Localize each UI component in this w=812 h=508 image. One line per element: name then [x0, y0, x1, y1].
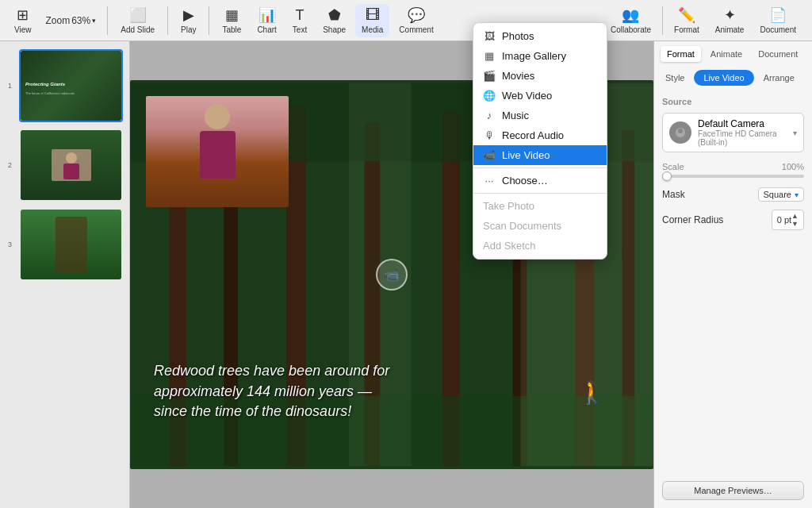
corner-radius-row: Corner Radius 0 pt ▲ ▼: [662, 210, 804, 230]
slide-3-number: 3: [8, 241, 12, 248]
menu-item-photos[interactable]: 🖼 Photos: [473, 26, 607, 46]
menu-item-image-gallery[interactable]: ▦ Image Gallery: [473, 46, 607, 66]
corner-radius-value: 0 pt: [777, 215, 791, 225]
music-icon: ♪: [483, 110, 496, 121]
source-info: Default Camera FaceTime HD Camera (Built…: [698, 118, 793, 147]
play-label: Play: [181, 25, 196, 34]
tab-format[interactable]: Format: [661, 46, 701, 62]
slide-3-image: [21, 210, 121, 279]
table-button[interactable]: ▦ Table: [216, 3, 247, 37]
zoom-group[interactable]: Zoom 63% ▾: [41, 12, 102, 29]
slide-1-wrapper: 1 Protecting Giants The future of Califo…: [6, 49, 123, 122]
slide-2-content: [21, 130, 121, 200]
corner-radius-stepper[interactable]: ▲ ▼: [791, 212, 799, 228]
menu-item-scan-docs: Scan Documents: [473, 216, 607, 236]
shape-button[interactable]: ⬟ Shape: [316, 3, 352, 37]
document-button[interactable]: 📄 Document: [752, 3, 804, 37]
menu-scan-docs-label: Scan Documents: [483, 220, 561, 232]
add-slide-button[interactable]: ⬜ Add Slide: [114, 3, 161, 37]
add-slide-label: Add Slide: [121, 25, 155, 34]
mask-chevron-icon: ▾: [795, 190, 799, 199]
source-selector[interactable]: Default Camera FaceTime HD Camera (Built…: [662, 113, 804, 152]
source-name: Default Camera: [698, 118, 793, 129]
video-overlay: [146, 96, 289, 207]
zoom-percent: 63%: [71, 15, 90, 26]
view-label: View: [14, 25, 32, 34]
collaborate-label: Collaborate: [611, 25, 651, 34]
shape-icon: ⬟: [328, 6, 341, 24]
tab-document[interactable]: Document: [752, 46, 804, 62]
view-button[interactable]: ⊞ View: [8, 3, 38, 37]
tab-live-video[interactable]: Live Video: [694, 70, 753, 86]
media-button[interactable]: 🎞 Media: [355, 4, 389, 37]
menu-item-movies[interactable]: 🎬 Movies: [473, 66, 607, 86]
menu-add-sketch-label: Add Sketch: [483, 240, 536, 252]
web-video-icon: 🌐: [483, 90, 496, 102]
collaborate-button[interactable]: 👥 Collaborate: [603, 3, 659, 37]
text-label: Text: [293, 25, 307, 34]
mask-value: Square: [764, 190, 791, 199]
collaborate-icon: 👥: [622, 6, 639, 24]
person-body: [200, 131, 236, 179]
mask-row: Mask Square ▾: [662, 187, 804, 202]
menu-item-record-audio[interactable]: 🎙 Record Audio: [473, 125, 607, 145]
chart-button[interactable]: 📊 Chart: [251, 3, 282, 37]
slide-1-thumb[interactable]: Protecting Giants The future of Californ…: [19, 49, 123, 122]
panel-content: Source Default Camera FaceTime HD Camera…: [654, 89, 812, 246]
chart-label: Chart: [257, 25, 276, 34]
format-icon: ✏️: [678, 6, 695, 24]
manage-previews-button[interactable]: Manage Previews…: [662, 481, 804, 500]
menu-divider-1: [473, 167, 607, 168]
slide-3-thumb[interactable]: [19, 208, 123, 281]
divider-1: [107, 6, 108, 35]
media-icon: 🎞: [366, 7, 380, 24]
scale-thumb[interactable]: [662, 171, 672, 181]
content-tab-bar: Style Live Video Arrange: [654, 67, 812, 89]
menu-item-web-video[interactable]: 🌐 Web Video: [473, 86, 607, 106]
animate-button[interactable]: ✦ Animate: [707, 3, 753, 37]
format-button[interactable]: ✏️ Format: [666, 3, 707, 37]
tab-arrange[interactable]: Arrange: [757, 70, 801, 86]
slide-3-content: [21, 210, 121, 279]
menu-take-photo-label: Take Photo: [483, 200, 534, 212]
mask-label: Mask: [662, 189, 685, 200]
mask-select[interactable]: Square ▾: [758, 187, 804, 202]
menu-item-live-video[interactable]: 📹 Live Video: [473, 145, 607, 165]
tab-animate[interactable]: Animate: [704, 46, 749, 62]
comment-button[interactable]: 💬 Comment: [393, 3, 439, 37]
slide-2-wrapper: 2: [6, 129, 123, 202]
menu-divider-2: [473, 193, 607, 194]
slide-1-number: 1: [8, 82, 12, 90]
slide-1-title: Protecting Giants: [21, 77, 70, 91]
corner-radius-control[interactable]: 0 pt ▲ ▼: [772, 210, 804, 230]
menu-item-music[interactable]: ♪ Music: [473, 106, 607, 125]
zoom-label: Zoom: [46, 15, 71, 26]
scale-track[interactable]: [662, 175, 804, 178]
live-video-camera-icon: 📹: [376, 259, 408, 291]
comment-icon: 💬: [408, 6, 425, 24]
slide-2-thumb[interactable]: [19, 129, 123, 202]
ellipsis-icon: ···: [483, 175, 496, 187]
person-head: [205, 104, 230, 129]
slide-1-image: Protecting Giants The future of Californ…: [21, 51, 121, 121]
document-label: Document: [760, 25, 796, 34]
divider-4: [662, 6, 663, 35]
menu-movies-label: Movies: [502, 70, 534, 82]
table-icon: ▦: [225, 6, 239, 24]
shape-label: Shape: [323, 25, 346, 34]
corner-radius-label: Corner Radius: [662, 214, 723, 225]
scale-section: Scale 100%: [662, 162, 804, 178]
slide-caption: Redwood trees have been around for appro…: [154, 361, 408, 421]
play-button[interactable]: ▶ Play: [174, 3, 202, 37]
text-button[interactable]: T Text: [286, 4, 313, 37]
stepper-down-icon[interactable]: ▼: [791, 220, 799, 228]
movies-icon: 🎬: [483, 70, 496, 82]
stepper-up-icon[interactable]: ▲: [791, 212, 799, 220]
comment-label: Comment: [399, 25, 433, 34]
live-video-icon: 📹: [483, 149, 496, 161]
hiker-figure: 🚶: [578, 379, 606, 406]
menu-item-choose[interactable]: ··· Choose…: [473, 171, 607, 190]
tab-style[interactable]: Style: [659, 70, 691, 86]
menu-image-gallery-label: Image Gallery: [502, 50, 566, 62]
person-figure: [193, 104, 241, 199]
